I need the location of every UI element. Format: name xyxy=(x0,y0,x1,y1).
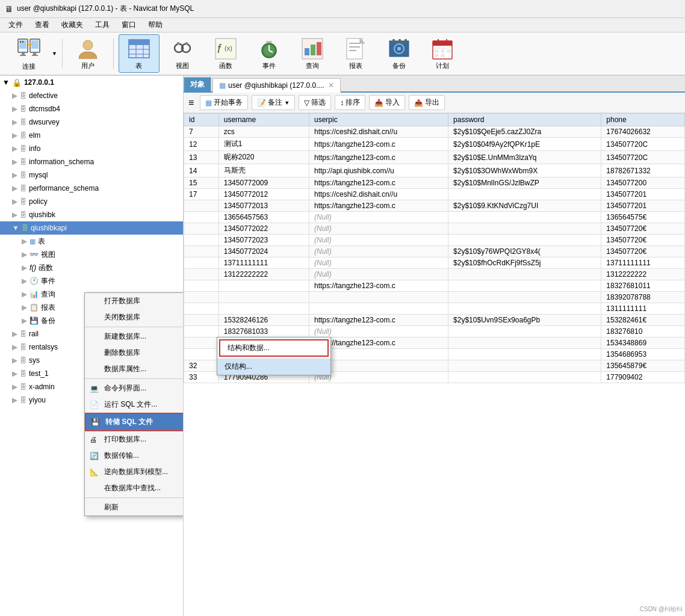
col-userpic[interactable]: userpic xyxy=(309,114,448,126)
toolbar-btn-connect[interactable]: 连接 xyxy=(5,34,53,73)
func-name: 函数 xyxy=(39,263,53,273)
event-name: 事件 xyxy=(41,276,55,286)
ctx-run-sql[interactable]: 📄 运行 SQL 文件... xyxy=(85,396,184,413)
ctx-new-db[interactable]: 新建数据库... xyxy=(85,328,184,345)
sidebar-db-qiushibk[interactable]: ▶ 🗄 qiushibk xyxy=(0,208,183,221)
ctx-open-db[interactable]: 打开数据库 xyxy=(85,293,184,309)
sidebar-db-mysql[interactable]: ▶ 🗄 mysql xyxy=(0,168,183,182)
sidebar-table[interactable]: ▶ ▦ 表 xyxy=(0,235,183,248)
ctx-cmd-line-label: 命令列界面... xyxy=(104,383,146,393)
table-row[interactable]: 18327681033(Null)183276810 xyxy=(184,326,685,337)
menu-item-查看[interactable]: 查看 xyxy=(29,19,55,31)
table-row[interactable]: 1513450772009https://tangzhe123-com.c$2y… xyxy=(184,177,685,189)
sidebar-db-policy[interactable]: ▶ 🗄 policy xyxy=(0,195,183,208)
sidebar-db-information-schema[interactable]: ▶ 🗄 information_schema xyxy=(0,155,183,168)
sidebar-db-info[interactable]: ▶ 🗄 info xyxy=(0,142,183,155)
ctx-reverse[interactable]: 📐 逆向数据库到模型... xyxy=(85,464,184,480)
backup-icon: 💾 xyxy=(29,316,39,325)
svg-rect-45 xyxy=(392,39,395,43)
sidebar-db-defective[interactable]: ▶ 🗄 defective xyxy=(0,89,183,102)
btn-import[interactable]: 📥 导入 xyxy=(369,95,405,110)
db-icon: 🗄 xyxy=(20,211,26,218)
toolbar-btn-user[interactable]: 用户 xyxy=(67,34,108,73)
table-row[interactable]: 13昵称2020https://tangzhe123-com.c$2y$10$E… xyxy=(184,151,685,164)
ctx-refresh[interactable]: 刷新 xyxy=(85,499,184,516)
cell-username: 13450772022 xyxy=(219,223,309,235)
col-id[interactable]: id xyxy=(184,114,219,126)
cell-password xyxy=(448,349,601,360)
db-name: performance_schema xyxy=(29,184,99,192)
db-name: dwsurvey xyxy=(29,118,60,126)
ctx-sep1 xyxy=(85,327,184,327)
table-row[interactable]: 12测试1https://tangzhe123-com.c$2y$10$04f9… xyxy=(184,138,685,151)
tab-close-icon[interactable]: ✕ xyxy=(328,81,334,90)
sidebar-view[interactable]: ▶ 👓 视图 xyxy=(0,248,183,261)
sidebar-db-elm[interactable]: ▶ 🗄 elm xyxy=(0,129,183,142)
menu-item-文件[interactable]: 文件 xyxy=(2,19,29,31)
table-row[interactable]: 13711111111(Null)$2y$10$fhOcRdKFj9fSsZ5j… xyxy=(184,257,685,269)
menu-item-帮助[interactable]: 帮助 xyxy=(142,19,169,31)
toolbar-btn-event[interactable]: 事件 xyxy=(249,34,290,73)
btn-export[interactable]: 📤 导出 xyxy=(409,95,445,110)
sidebar-db-qiushibkapi[interactable]: ▼ 🗄 qiushibkapi xyxy=(0,221,183,235)
tab-object[interactable]: 对象 xyxy=(184,77,211,91)
submenu-struct-data[interactable]: 结构和数据... xyxy=(219,339,329,357)
ctx-transfer[interactable]: 🔄 数据传输... xyxy=(85,448,184,464)
tab-table[interactable]: ▦ user @qiushibkapi (127.0.0.... ✕ xyxy=(212,78,341,93)
sidebar-root[interactable]: ▼ 🔒 127.0.0.1 xyxy=(0,76,183,89)
btn-filter[interactable]: ▽ 筛选 xyxy=(299,95,331,110)
db-name: dtcmsdb4 xyxy=(29,105,60,113)
sidebar-event[interactable]: ▶ 🕐 事件 xyxy=(0,274,183,288)
comment-dropdown[interactable]: ▼ xyxy=(284,100,290,106)
connect-dropdown[interactable]: ▼ xyxy=(52,51,57,57)
db-name: rail xyxy=(29,330,39,338)
table-row[interactable]: 13450772023(Null)134507720€ xyxy=(184,235,685,246)
ctx-find-in-db[interactable]: 在数据库中查找... xyxy=(85,480,184,496)
cell-username: 昵称2020 xyxy=(219,151,309,164)
table-row[interactable]: 13450772013https://tangzhe123-com.c$2y$1… xyxy=(184,200,685,212)
ctx-close-db[interactable]: 关闭数据库 xyxy=(85,309,184,325)
toolbar-btn-backup[interactable]: 备份 xyxy=(379,34,420,73)
sidebar-db-performance-schema[interactable]: ▶ 🗄 performance_schema xyxy=(0,182,183,195)
col-password[interactable]: password xyxy=(448,114,601,126)
table-row[interactable]: 15328246126https://tangzhe123-com.c$2y$1… xyxy=(184,315,685,326)
menu-item-窗口[interactable]: 窗口 xyxy=(116,19,142,31)
toolbar-btn-view[interactable]: 视图 xyxy=(162,34,203,73)
ctx-cmd-line[interactable]: 💻 命令列界面... xyxy=(85,380,184,396)
ctx-delete-db[interactable]: 删除数据库 xyxy=(85,345,184,361)
col-username[interactable]: username xyxy=(219,114,309,126)
table-row[interactable]: 13122222222(Null)1312222222 xyxy=(184,269,685,280)
menu-item-收藏夹[interactable]: 收藏夹 xyxy=(55,19,89,31)
toolbar-btn-schedule[interactable]: 计划 xyxy=(422,34,463,73)
table-row[interactable]: 1311111111 xyxy=(184,303,685,315)
cell-password xyxy=(448,360,601,372)
toolbar-btn-report[interactable]: 报表 xyxy=(335,34,376,73)
toolbar-btn-query[interactable]: 查询 xyxy=(292,34,333,73)
menu-item-工具[interactable]: 工具 xyxy=(89,19,116,31)
table-row[interactable]: 13450772024(Null)$2y$10$y76WPQI2GY8x4(13… xyxy=(184,246,685,257)
table-row[interactable]: 14马斯壳http://api.qiushibk.com//u$2y$10$3O… xyxy=(184,164,685,177)
btn-begin-tx[interactable]: ▦ 开始事务 xyxy=(200,95,248,110)
report-expand-icon: ▶ xyxy=(22,303,27,312)
submenu-struct-only[interactable]: 仅结构... xyxy=(217,359,330,375)
menu-icon[interactable]: ≡ xyxy=(188,97,194,108)
table-row[interactable]: https://tangzhe123-com.c18327681011 xyxy=(184,280,685,292)
cell-phone: 134507720C xyxy=(601,138,685,151)
sidebar-function[interactable]: ▶ f() 函数 xyxy=(0,261,183,274)
table-row[interactable]: 13656457563(Null)136564575€ xyxy=(184,212,685,223)
table-row[interactable]: 13450772022(Null)134507720€ xyxy=(184,223,685,235)
toolbar-btn-table[interactable]: 表 xyxy=(119,34,160,73)
ctx-print-db[interactable]: 🖨 打印数据库... xyxy=(85,431,184,448)
sidebar-db-dwsurvey[interactable]: ▶ 🗄 dwsurvey xyxy=(0,116,183,129)
btn-comment[interactable]: 📝 备注 ▼ xyxy=(252,95,295,110)
cell-id xyxy=(184,292,219,303)
table-row[interactable]: 1713450772012https://ceshi2.dishait.cn//… xyxy=(184,189,685,200)
btn-sort[interactable]: ↕ 排序 xyxy=(335,95,365,110)
table-row[interactable]: 7zcshttps://ceshi2.dishait.cn//u$2y$10$Q… xyxy=(184,126,685,138)
col-phone[interactable]: phone xyxy=(601,114,685,126)
toolbar-btn-function[interactable]: f (x) 函数 xyxy=(205,34,246,73)
sidebar-db-dtcmsdb4[interactable]: ▶ 🗄 dtcmsdb4 xyxy=(0,102,183,116)
table-row[interactable]: 18392078788 xyxy=(184,292,685,303)
ctx-db-props[interactable]: 数据库属性... xyxy=(85,361,184,377)
ctx-dump-sql[interactable]: 💾 转储 SQL 文件 ▶ xyxy=(85,413,184,431)
